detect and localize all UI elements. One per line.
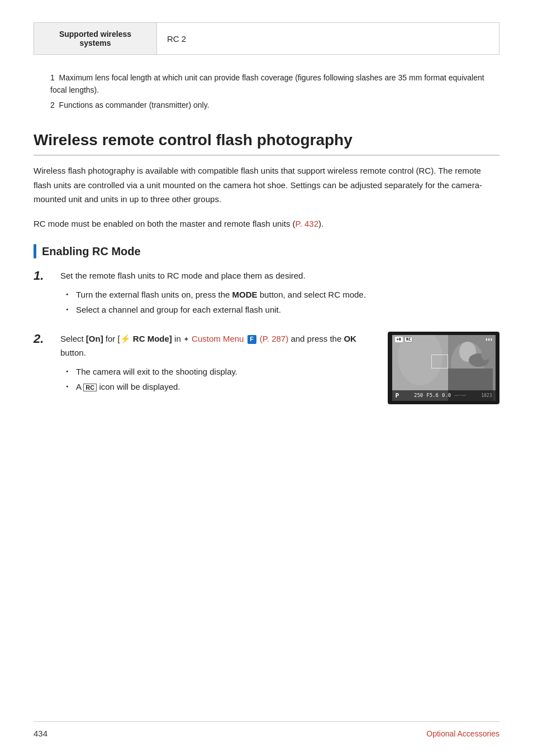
camera-shutter: 250 — [414, 393, 423, 398]
notes-list: 1 Maximum lens focal length at which uni… — [34, 71, 499, 111]
note-1-text: Maximum lens focal length at which unit … — [50, 73, 484, 94]
step-2: 2. Select [On] for [⚡ RC Mode] in ✦ Cust… — [34, 332, 499, 410]
camera-ev-bar: ——·—— — [454, 393, 466, 398]
menu-gear-icon: ✦ — [183, 333, 189, 346]
on-bold: [On] — [86, 334, 103, 343]
custom-menu-link[interactable]: Custom Menu — [192, 334, 244, 343]
step-2-main: Select [On] for [⚡ RC Mode] in ✦ Custom … — [60, 332, 371, 360]
ok-bold: OK — [344, 334, 356, 343]
step-2-text-content: Select [On] for [⚡ RC Mode] in ✦ Custom … — [60, 332, 371, 395]
menu-f-badge: F — [248, 335, 256, 344]
page: Supported wireless systems RC 2 1 Maximu… — [0, 0, 533, 756]
step-2-number: 2. — [34, 332, 60, 346]
step-1-content: Set the remote flash units to RC mode an… — [60, 269, 499, 318]
subsection-title-text: Enabling RC Mode — [42, 245, 141, 258]
table-header: Supported wireless systems — [34, 23, 157, 55]
step-2-bullets: The camera will exit to the shooting dis… — [60, 365, 371, 394]
rc-icon-inline: RC — [83, 384, 97, 391]
camera-top-bar: +0 RC ▮▮▮ — [392, 335, 496, 342]
camera-display: +0 RC ▮▮▮ — [388, 332, 499, 404]
note-1-number: 1 — [50, 73, 59, 82]
note-2-text: Functions as commander (transmitter) onl… — [59, 101, 210, 109]
camera-display-inner: +0 RC ▮▮▮ — [392, 335, 496, 401]
step-2-bullet-1: The camera will exit to the shooting dis… — [66, 365, 371, 379]
step-2-image: +0 RC ▮▮▮ — [388, 332, 499, 404]
page-footer: 434 Optional Accessories — [34, 721, 499, 738]
camera-top-left: +0 RC — [395, 337, 413, 342]
step-1-number: 1. — [34, 269, 60, 283]
rc-mode-inline: ⚡ RC Mode] — [120, 334, 172, 343]
camera-settings: 250 F5.6 0.0 ——·—— — [414, 393, 466, 398]
note-2-number: 2 — [50, 101, 59, 109]
camera-ev-badge: +0 — [395, 337, 403, 342]
page-number: 434 — [34, 729, 47, 738]
camera-count: 1023 — [481, 393, 492, 398]
camera-rc-badge: RC — [404, 337, 412, 342]
step-1-bullet-2: Select a channel and group for each exte… — [66, 303, 499, 317]
step-1-bullets: Turn the external flash units on, press … — [60, 288, 499, 317]
focus-bracket — [431, 355, 448, 369]
camera-mode: P — [396, 392, 399, 399]
step-1-bullet-1: Turn the external flash units on, press … — [66, 288, 499, 302]
rc-note-prefix: RC mode must be enabled on both the mast… — [34, 219, 296, 228]
step-1: 1. Set the remote flash units to RC mode… — [34, 269, 499, 318]
page-link[interactable]: (P. 287) — [260, 334, 288, 343]
note-1: 1 Maximum lens focal length at which uni… — [39, 71, 499, 97]
table-value: RC 2 — [157, 23, 499, 55]
section-intro: Wireless flash photography is available … — [34, 164, 499, 207]
section-title: Wireless remote control flash photograph… — [34, 131, 499, 156]
camera-battery: ▮▮▮ — [486, 337, 493, 342]
rc-note-end: ). — [318, 219, 323, 228]
subsection-title-container: Enabling RC Mode — [34, 244, 499, 259]
subsection-bar — [34, 244, 36, 259]
step-2-content: Select [On] for [⚡ RC Mode] in ✦ Custom … — [60, 332, 499, 410]
camera-bottom-bar: P 250 F5.6 0.0 ——·—— 1023 — [392, 390, 496, 401]
footer-section: Optional Accessories — [426, 729, 499, 738]
camera-ev: 0.0 — [442, 393, 451, 398]
mode-bold: MODE — [232, 290, 258, 299]
camera-ui-overlay: +0 RC ▮▮▮ — [392, 335, 496, 401]
rc-note-link[interactable]: P. 432 — [296, 219, 318, 228]
step-2-bullet-2: A RC icon will be displayed. — [66, 380, 371, 394]
step-2-row: Select [On] for [⚡ RC Mode] in ✦ Custom … — [60, 332, 499, 404]
step-1-main: Set the remote flash units to RC mode an… — [60, 269, 499, 283]
camera-aperture: F5.6 — [426, 393, 439, 398]
support-table: Supported wireless systems RC 2 — [34, 22, 499, 55]
camera-top-right: ▮▮▮ — [486, 337, 493, 342]
rc-mode-note: RC mode must be enabled on both the mast… — [34, 217, 499, 231]
note-2: 2 Functions as commander (transmitter) o… — [39, 99, 499, 111]
